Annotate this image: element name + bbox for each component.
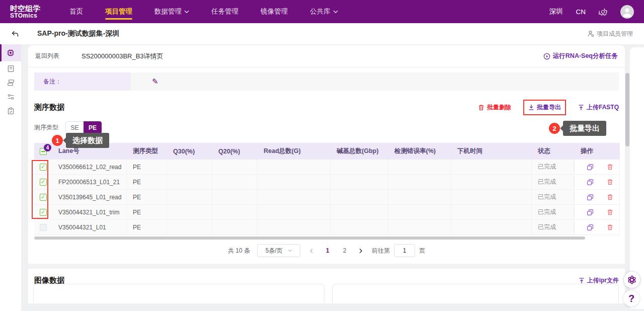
remark-label: 备注：: [34, 72, 131, 91]
help-button[interactable]: ?: [623, 290, 639, 306]
image-cards: [28, 284, 625, 303]
project-bar: SAP-pro-测试数据集-深圳 项目成员管理: [0, 23, 644, 44]
upload-fastq-button[interactable]: 上传FASTQ: [578, 103, 619, 112]
col-offline-time: 下机时间: [451, 147, 532, 156]
batch-export-button[interactable]: 批量导出: [528, 103, 561, 112]
upload-icon: [579, 277, 585, 284]
back-arrow-icon[interactable]: [11, 30, 19, 38]
back-to-list-link[interactable]: 返回列表: [35, 52, 59, 60]
sidebar-item-sliders[interactable]: [0, 90, 21, 104]
copy-icon[interactable]: [587, 164, 594, 171]
sequencing-actions: 批量删除 批量导出 上传FASTQ: [478, 103, 619, 112]
detail-page-title: SS200000003BR_B3详情页: [82, 52, 543, 61]
edit-pencil-icon[interactable]: ✎: [152, 77, 158, 86]
delete-icon[interactable]: [607, 194, 613, 200]
brand-logo-cn: 时空组学: [10, 5, 40, 13]
row-checkbox[interactable]: [40, 179, 47, 186]
settings-gear-icon[interactable]: [599, 8, 607, 16]
menu-image-management[interactable]: 镜像管理: [261, 1, 288, 23]
operations-cell: [575, 175, 620, 189]
lane-cell: FP200006513_L01_21: [52, 175, 127, 189]
col-type: 测序类型: [127, 147, 167, 156]
selected-count-badge: 4: [44, 144, 51, 151]
batch-delete-button[interactable]: 批量删除: [478, 103, 511, 112]
copy-icon[interactable]: [587, 194, 594, 201]
delete-icon[interactable]: [607, 209, 613, 215]
menu-project-management[interactable]: 项目管理: [105, 1, 132, 23]
chevron-down-icon: [288, 249, 292, 252]
ai-assistant-button[interactable]: [623, 271, 640, 288]
member-person-icon: [587, 30, 594, 37]
row-checkbox[interactable]: [40, 164, 47, 171]
ai-flower-icon: [626, 274, 638, 286]
sequencing-table: 4 Lane号 测序类型 Q30(%) Q20(%) Read总数(G) 碱基总…: [34, 143, 620, 235]
menu-public-library[interactable]: 公共库: [310, 1, 338, 23]
run-rnaseq-button[interactable]: 运行RNA-Seq分析任务: [543, 52, 618, 60]
lane-cell: V350066612_L02_read: [52, 160, 127, 174]
language-switcher[interactable]: CN: [576, 8, 586, 16]
top-navbar: 时空组学 STOmics 首页 项目管理 数据管理 任务管理 镜像管理 公共库 …: [0, 0, 644, 23]
page-number-2[interactable]: 2: [340, 247, 350, 254]
sidebar-item-document[interactable]: [0, 61, 21, 75]
right-edge-panel: [630, 47, 644, 309]
type-se-button[interactable]: SE: [65, 121, 84, 134]
clipboard-icon: [7, 107, 15, 115]
table-row: FP200006513_L01_21 PE 已完成: [34, 175, 620, 190]
detail-header: 返回列表 SS200000003BR_B3详情页 运行RNA-Seq分析任务: [28, 45, 625, 67]
sliders-icon: [7, 93, 15, 101]
operations-cell: [575, 220, 620, 235]
vertical-scrollbar[interactable]: [625, 73, 629, 146]
menu-home[interactable]: 首页: [69, 1, 83, 23]
next-page-button[interactable]: [357, 248, 365, 254]
main-menu: 首页 项目管理 数据管理 任务管理 镜像管理 公共库: [69, 1, 549, 23]
status-cell: 已完成: [532, 220, 575, 235]
sidebar-item-clipboard[interactable]: [0, 104, 21, 118]
col-lane: Lane号: [52, 147, 127, 156]
table-horizontal-scrollbar[interactable]: [34, 237, 585, 240]
type-cell: PE: [127, 190, 167, 204]
table-row: V350044321_L01_trim PE 已完成: [34, 205, 620, 220]
delete-icon[interactable]: [607, 164, 613, 170]
project-members-button[interactable]: 项目成员管理: [587, 30, 633, 38]
copy-icon[interactable]: [587, 179, 594, 186]
sidebar-item-chip[interactable]: [0, 44, 21, 61]
delete-icon[interactable]: [607, 179, 613, 185]
prev-page-button[interactable]: [307, 248, 315, 254]
type-cell: PE: [127, 220, 167, 235]
navbar-right: 深圳 CN: [549, 5, 634, 19]
col-error-rate: 检测错误率(%): [388, 147, 451, 156]
type-cell: PE: [127, 205, 167, 219]
batch-export-wrapper: 批量导出: [528, 103, 561, 112]
type-pe-button[interactable]: PE: [84, 121, 102, 134]
upload-icon: [578, 104, 584, 111]
user-avatar[interactable]: [620, 5, 634, 19]
row-checkbox[interactable]: [40, 209, 47, 216]
col-q20: Q20(%): [212, 148, 258, 155]
image-card: [332, 284, 619, 303]
region-selector[interactable]: 深圳: [549, 7, 563, 16]
type-cell: PE: [127, 175, 167, 189]
row-checkbox[interactable]: [40, 224, 47, 231]
delete-icon[interactable]: [607, 224, 613, 230]
sidebar-item-layers[interactable]: [0, 75, 21, 90]
row-checkbox[interactable]: [40, 194, 47, 201]
page-number-1[interactable]: 1: [323, 247, 333, 254]
select-all-cell: 4: [34, 148, 52, 155]
operations-cell: [575, 205, 620, 219]
operations-cell: [575, 160, 620, 174]
sequencing-type-toggle: SE PE: [65, 121, 102, 134]
project-title: SAP-pro-测试数据集-深圳: [37, 29, 587, 38]
menu-task-management[interactable]: 任务管理: [211, 1, 238, 23]
col-reads: Read总数(G): [258, 147, 331, 156]
remark-row: 备注： ✎: [34, 72, 619, 91]
table-horizontal-scrollbar-track: [34, 237, 619, 240]
copy-icon[interactable]: [587, 224, 594, 231]
page-size-select[interactable]: 5条/页: [257, 244, 300, 257]
goto-page-input[interactable]: [394, 244, 415, 257]
col-q30: Q30(%): [167, 148, 212, 155]
copy-icon[interactable]: [587, 209, 594, 216]
image-card: [33, 284, 325, 303]
chevron-down-icon: [184, 10, 189, 14]
menu-data-management[interactable]: 数据管理: [154, 1, 189, 23]
sequencing-section-title: 测序数据: [34, 103, 478, 112]
